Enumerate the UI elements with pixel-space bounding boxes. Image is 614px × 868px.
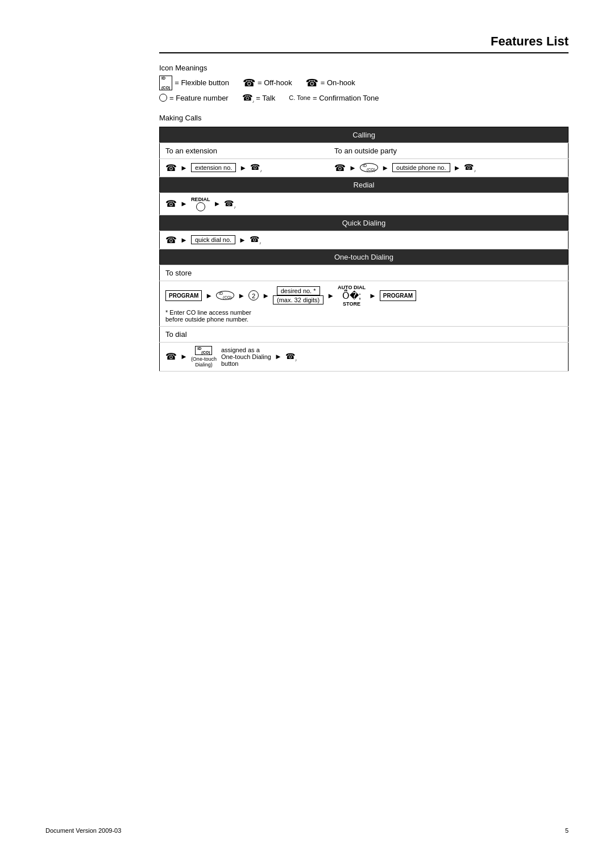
arrow-3: ► [349,164,356,172]
talk-icon-dial: ☎♪ [285,352,297,362]
talk-icon-quick: ☎♪ [250,235,262,245]
store-icon: Ȫ�; [342,290,361,301]
document-version: Document Version 2009-03 [45,827,121,834]
digit-2-box: 2 [248,290,259,301]
icon-item-talk: ☎♪ = Talk [242,93,276,103]
arrow-4: ► [381,164,389,172]
quick-dial-step-row: ☎ ► quick dial no. ► ☎♪ [160,231,569,249]
icon-item-flexible: ID(CO) = Flexible button [159,76,229,90]
extension-label: To an extension [160,143,329,158]
onhook-icon: ☎ [306,77,318,89]
dialing-sublabel: Dialing) [195,362,213,368]
co-box-store: ID(CO) [216,291,234,300]
icon-meanings-section: Icon Meanings ID(CO) = Flexible button ☎… [159,64,569,103]
to-store-label-row: To store [160,265,569,281]
extension-steps: ☎ ► extension no. ► ☎♪ [160,158,329,177]
to-store-step: PROGRAM ► ID(CO) ► 2 ► desired no. * (ma… [160,281,569,326]
arrow-5: ► [454,164,461,172]
arrow-1: ► [180,164,188,172]
id-co-icon: ID(CO) [195,346,212,355]
redial-step-row: ☎ ► REDIAL ► ☎♪ [160,193,569,215]
arrow-r2: ► [213,199,221,208]
offhook-icon: ☎ [243,77,255,89]
assigned-as-label: assigned as a [221,347,260,353]
onhook-label: = On-hook [321,78,355,87]
calls-table: Calling To an extension To an outside pa… [159,127,569,372]
arrow-d2: ► [275,352,282,361]
quick-dial-header: Quick Dialing [160,215,569,231]
arrow-s2: ► [238,291,245,300]
extension-step-row: ☎ ► extension no. ► ☎♪ [165,162,323,173]
making-calls-section: Making Calls Calling To an extension To … [159,114,569,372]
talk-icon-redial: ☎♪ [224,199,236,209]
flexible-button-label: = Flexible button [175,78,229,87]
program-box-1: PROGRAM [165,290,202,301]
offhook-label: = Off-hook [258,78,292,87]
talk-icon-ext: ☎♪ [250,162,262,173]
icon-item-ctone: C. Tone = Confirmation Tone [289,94,379,102]
icon-row-2: = Feature number ☎♪ = Talk C. Tone = Con… [159,93,569,103]
redial-circle-stack: REDIAL [191,197,210,211]
icon-item-feature-number: = Feature number [159,94,229,102]
redial-label: REDIAL [191,197,210,202]
max-32-box: (max. 32 digits) [273,295,323,304]
to-dial-step: ☎ ► ID(CO) (One-touch Dialing) assigned … [160,342,569,371]
onetouch-dialing-label: One-touch Dialing [221,353,271,360]
phone-icon-out: ☎ [334,162,346,173]
icon-item-offhook: ☎ = Off-hook [243,77,292,89]
desired-no-stack: desired no. * (max. 32 digits) [273,286,323,304]
quick-dial-step: ☎ ► quick dial no. ► ☎♪ [160,231,569,249]
calling-labels-row: To an extension To an outside party [160,143,569,158]
arrow-s1: ► [205,291,213,300]
footnote-line1: * Enter CO line access number [165,309,251,316]
calling-steps-row: ☎ ► extension no. ► ☎♪ ☎ ► ID(CO) ► outs… [160,158,569,177]
arrow-q2: ► [239,236,246,244]
redial-circle-icon [196,202,205,211]
arrow-2: ► [239,164,247,172]
button-label: button [221,360,239,367]
page-number: 5 [565,827,569,834]
footnote-line2: before outside phone number. [165,316,248,323]
to-store-step-row: PROGRAM ► ID(CO) ► 2 ► desired no. * (ma… [160,281,569,326]
co-box: ID(CO) [360,163,378,172]
arrow-s5: ► [369,291,376,300]
program-box-2: PROGRAM [380,290,416,301]
store-label: STORE [343,301,360,307]
redial-header: Redial [160,177,569,193]
feature-number-label: = Feature number [169,94,229,102]
calling-header: Calling [160,127,569,143]
talk-label: = Talk [256,94,275,102]
auto-dial-store-stack: AUTO DIAL Ȫ�; STORE [338,285,366,307]
extension-no-box: extension no. [191,163,236,172]
outside-step-row: ☎ ► ID(CO) ► outside phone no. ► ☎♪ [334,162,562,173]
outside-party-label: To an outside party [329,143,568,158]
ctone-label-prefix: C. Tone [289,94,310,101]
auto-dial-label: AUTO DIAL [338,285,366,290]
redial-header-row: Redial [160,177,569,193]
page-title: Features List [159,34,569,53]
outside-steps: ☎ ► ID(CO) ► outside phone no. ► ☎♪ [329,158,568,177]
making-calls-title: Making Calls [159,114,569,122]
arrow-d1: ► [180,352,188,361]
to-store-step-inner: PROGRAM ► ID(CO) ► 2 ► desired no. * (ma… [165,285,562,307]
quick-dial-header-row: Quick Dialing [160,215,569,231]
onetouch-header-row: One-touch Dialing [160,249,569,265]
desired-no-box: desired no. * [277,286,320,295]
onetouch-dial-stack: ID(CO) (One-touch Dialing) [191,346,217,368]
flexible-button-icon: ID(CO) [159,76,172,90]
quick-dial-step-inner: ☎ ► quick dial no. ► ☎♪ [165,235,562,245]
onetouch-header: One-touch Dialing [160,249,569,265]
to-dial-step-inner: ☎ ► ID(CO) (One-touch Dialing) assigned … [165,346,562,368]
quick-dial-no-box: quick dial no. [191,235,235,244]
phone-icon-quick: ☎ [165,235,177,245]
arrow-s4: ► [327,291,334,300]
to-store-label: To store [160,265,569,281]
calling-header-row: Calling [160,127,569,143]
arrow-r1: ► [180,199,188,208]
arrow-s3: ► [262,291,269,300]
to-dial-label: To dial [160,326,569,342]
redial-step-inner: ☎ ► REDIAL ► ☎♪ [165,197,562,211]
icon-item-onhook: ☎ = On-hook [306,77,355,89]
redial-step: ☎ ► REDIAL ► ☎♪ [160,193,569,215]
talk-icon-out: ☎♪ [464,162,476,173]
